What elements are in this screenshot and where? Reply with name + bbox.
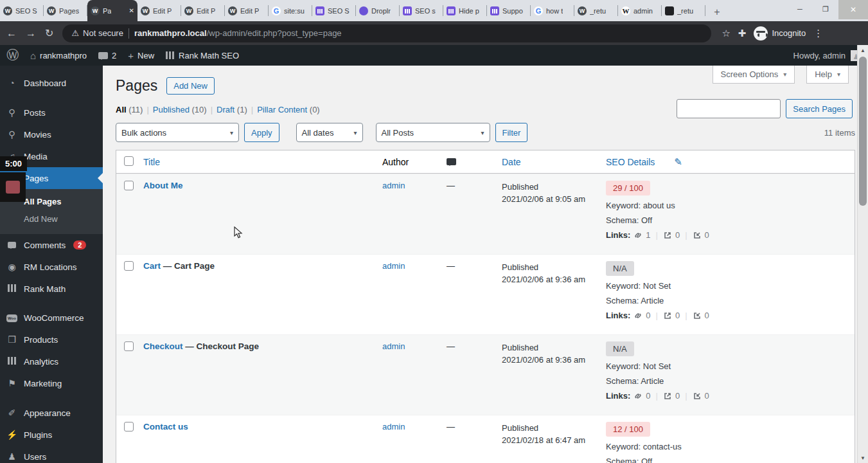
tab-close-icon[interactable]: ✕ — [129, 7, 134, 14]
close-button[interactable]: ✕ — [838, 0, 868, 19]
seo-score-badge: 12 / 100 — [606, 422, 650, 437]
author-link[interactable]: admin — [382, 261, 405, 271]
items-count: 11 items — [824, 128, 855, 138]
screen-options-label: Screen Options — [721, 69, 779, 79]
browser-tab[interactable]: _retu — [662, 0, 705, 21]
incoming-link-icon — [693, 392, 702, 401]
restore-button[interactable]: ❐ — [813, 0, 838, 18]
page-scrollbar[interactable]: ▲ ▼ — [857, 45, 868, 463]
sidebar-item-posts[interactable]: ⚲ Posts — [0, 102, 103, 123]
wordpress-favicon: W — [47, 6, 56, 15]
browser-tab[interactable]: W _retu — [574, 0, 618, 21]
sidebar-item-rank-math[interactable]: Rank Math — [0, 278, 103, 300]
view-all[interactable]: All (11) — [116, 105, 143, 114]
browser-tab[interactable]: G how t — [531, 0, 574, 21]
browser-tab[interactable]: W SEO S — [0, 0, 44, 21]
sidebar-item-marketing[interactable]: ⚑ Marketing — [0, 372, 103, 394]
browser-tab[interactable]: SEO s — [400, 0, 443, 21]
new-content-menu[interactable]: + New — [128, 50, 154, 61]
page-title-link[interactable]: Contact us — [143, 422, 188, 431]
row-checkbox[interactable] — [124, 261, 134, 271]
scroll-up-arrow[interactable]: ▲ — [858, 45, 868, 55]
forward-icon[interactable]: → — [26, 28, 36, 39]
sidebar-item-woocommerce[interactable]: Woo WooCommerce — [0, 307, 103, 329]
browser-tab[interactable]: Hide p — [443, 0, 487, 21]
seo-details-header[interactable]: SEO Details — [606, 157, 655, 167]
sort-date-header[interactable]: Date — [502, 157, 521, 167]
browser-tab[interactable]: Droplr — [356, 0, 400, 21]
browser-tab[interactable]: SEO S — [312, 0, 356, 21]
author-link[interactable]: admin — [382, 422, 405, 431]
browser-tab[interactable]: G site:su — [269, 0, 312, 21]
submenu-add-new[interactable]: Add New — [0, 210, 103, 228]
page-title-link[interactable]: About Me — [143, 181, 183, 190]
author-link[interactable]: admin — [382, 341, 405, 351]
wordpress-favicon: W — [3, 6, 12, 15]
sidebar-item-users[interactable]: ♟ Users — [0, 446, 103, 463]
sidebar-item-comments[interactable]: Comments 2 — [0, 234, 103, 256]
back-icon[interactable]: ← — [6, 28, 17, 39]
add-new-button[interactable]: Add New — [166, 77, 215, 95]
browser-tab[interactable]: W admin — [618, 0, 662, 21]
tab-label: Suppo — [502, 7, 523, 15]
apply-button[interactable]: Apply — [244, 123, 279, 142]
site-name-menu[interactable]: ⌂ rankmathpro — [30, 50, 87, 61]
author-link[interactable]: admin — [382, 181, 405, 190]
not-secure-warning[interactable]: ⚠ Not secure — [71, 28, 123, 38]
select-all-checkbox[interactable] — [124, 156, 134, 166]
address-bar[interactable]: ⚠ Not secure rankmathpro.local/wp-admin/… — [62, 24, 711, 42]
row-checkbox[interactable] — [124, 422, 134, 431]
search-input[interactable] — [677, 99, 781, 118]
rank-math-menu[interactable]: Rank Math SEO — [166, 51, 239, 60]
filter-button[interactable]: Filter — [495, 123, 528, 142]
help-toggle[interactable]: Help ▾ — [806, 66, 849, 84]
bookmark-star-icon[interactable]: ☆ — [722, 28, 730, 39]
sidebar-item-appearance[interactable]: ✐ Appearance — [0, 402, 103, 424]
bulk-actions-select[interactable]: Bulk actions ▾ — [116, 123, 239, 142]
reload-icon[interactable]: ↻ — [45, 28, 53, 39]
page-title-link[interactable]: Checkout — [143, 341, 183, 351]
scroll-down-arrow[interactable]: ▼ — [858, 453, 868, 463]
sidebar-item-products[interactable]: ❒ Products — [0, 329, 103, 350]
extensions-puzzle-icon[interactable]: ✚ — [738, 28, 747, 39]
new-tab-button[interactable]: + — [708, 3, 726, 21]
view-published[interactable]: Published (10) — [153, 105, 207, 114]
view-pillar-content[interactable]: Pillar Content (0) — [257, 105, 320, 114]
chevron-down-icon: ▾ — [230, 129, 233, 136]
pencil-edit-icon[interactable]: ✎ — [674, 156, 682, 167]
external-link-count: 0 — [675, 231, 680, 240]
comment-count-dash: — — [447, 341, 502, 351]
sidebar-item-movies[interactable]: ⚲ Movies — [0, 123, 103, 145]
page-title-link[interactable]: Cart — [143, 261, 161, 271]
browser-tab[interactable]: Suppo — [487, 0, 531, 21]
sidebar-item-label: Rank Math — [24, 284, 66, 294]
sidebar-item-rm-locations[interactable]: ◉ RM Locations — [0, 256, 103, 278]
sidebar-item-dashboard[interactable]: ◔ Dashboard — [0, 72, 103, 94]
url-host: rankmathpro.local — [134, 28, 207, 38]
wordpress-favicon: W — [91, 6, 100, 15]
sidebar-item-plugins[interactable]: ⚡ Plugins — [0, 424, 103, 446]
browser-tab[interactable]: W Edit P — [137, 0, 181, 21]
browser-tab-active[interactable]: W Pa ✕ — [87, 0, 137, 21]
sidebar-item-label: Plugins — [24, 430, 52, 440]
recorder-stop-button[interactable] — [6, 181, 20, 194]
row-checkbox[interactable] — [124, 341, 134, 351]
browser-tab[interactable]: W Edit P — [181, 0, 225, 21]
screen-options-toggle[interactable]: Screen Options ▾ — [713, 66, 795, 84]
sort-title-header[interactable]: Title — [143, 157, 160, 167]
browser-tab[interactable]: W Pages — [44, 0, 87, 21]
posts-filter-select[interactable]: All Posts ▾ — [376, 123, 490, 142]
wp-logo-menu[interactable]: Ⓦ — [6, 47, 19, 64]
search-pages-button[interactable]: Search Pages — [786, 99, 853, 118]
table-header-row: Title Author Date SEO Details ✎ — [116, 150, 855, 174]
scrollbar-thumb[interactable] — [859, 57, 867, 206]
view-draft[interactable]: Draft (1) — [217, 105, 247, 114]
browser-menu-icon[interactable]: ⋮ — [813, 28, 823, 39]
row-checkbox[interactable] — [124, 181, 134, 190]
dates-filter-select[interactable]: All dates ▾ — [296, 123, 363, 142]
account-menu[interactable]: Howdy, admin ♟ — [793, 50, 862, 61]
comments-menu[interactable]: 2 — [98, 51, 116, 60]
sidebar-item-analytics[interactable]: Analytics — [0, 350, 103, 372]
minimize-button[interactable]: ─ — [787, 0, 813, 18]
browser-tab[interactable]: W Edit P — [225, 0, 269, 21]
